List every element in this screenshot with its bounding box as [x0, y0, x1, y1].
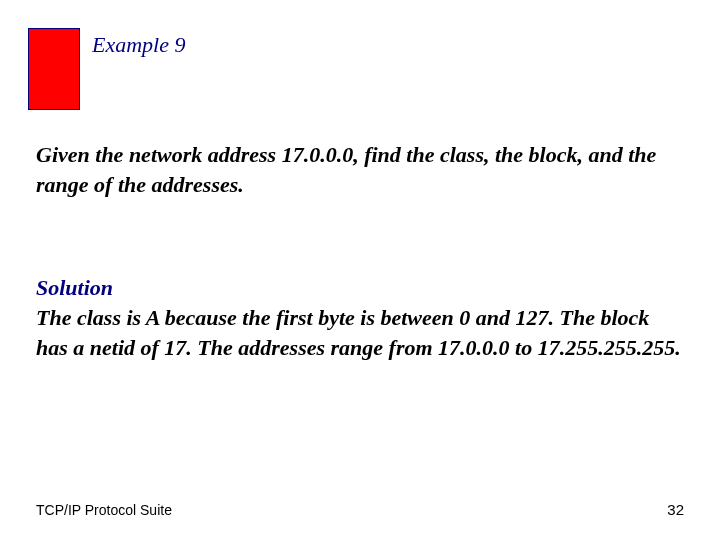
accent-box — [28, 28, 80, 110]
solution-heading: Solution — [36, 275, 113, 301]
page-number: 32 — [667, 501, 684, 518]
footer-source: TCP/IP Protocol Suite — [36, 502, 172, 518]
solution-body: The class is A because the first byte is… — [36, 303, 686, 362]
problem-statement: Given the network address 17.0.0.0, find… — [36, 140, 686, 199]
example-title: Example 9 — [92, 32, 185, 58]
